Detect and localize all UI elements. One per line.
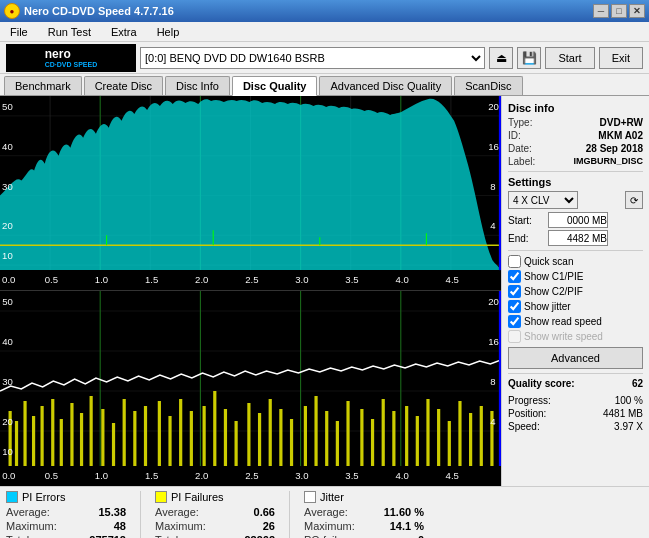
speed-select[interactable]: 4 X CLV 1 X CLV 2 X CLV 8 X CLV xyxy=(508,191,578,209)
pi-errors-label: PI Errors xyxy=(22,491,65,503)
disc-label-value: IMGBURN_DISC xyxy=(573,156,643,167)
svg-text:2.5: 2.5 xyxy=(245,275,258,285)
close-button[interactable]: ✕ xyxy=(629,4,645,18)
po-failures-label: PO failures: xyxy=(304,534,361,538)
menu-help[interactable]: Help xyxy=(151,24,186,40)
svg-rect-61 xyxy=(123,399,126,466)
svg-rect-80 xyxy=(336,421,339,466)
tab-benchmark[interactable]: Benchmark xyxy=(4,76,82,95)
start-button[interactable]: Start xyxy=(545,47,594,69)
toolbar: nero CD·DVD SPEED [0:0] BENQ DVD DD DW16… xyxy=(0,42,649,74)
quick-scan-checkbox[interactable] xyxy=(508,255,521,268)
show-c1pie-label: Show C1/PIE xyxy=(524,271,583,282)
minimize-button[interactable]: ─ xyxy=(593,4,609,18)
id-label: ID: xyxy=(508,130,521,141)
show-c2pif-checkbox[interactable] xyxy=(508,285,521,298)
svg-rect-53 xyxy=(41,406,44,466)
pif-max-label: Maximum: xyxy=(155,520,206,532)
main-content: 20 16 8 4 0.0 0.5 1.0 1.5 2.0 2.5 3.0 3.… xyxy=(0,96,649,486)
settings-icon-btn[interactable]: ⟳ xyxy=(625,191,643,209)
title-bar: ● Nero CD-DVD Speed 4.7.7.16 ─ □ ✕ xyxy=(0,0,649,22)
id-value: MKM A02 xyxy=(598,130,643,141)
svg-rect-72 xyxy=(247,403,250,466)
settings-title: Settings xyxy=(508,176,643,188)
pif-total-label: Total: xyxy=(155,534,181,538)
tab-disc-quality[interactable]: Disc Quality xyxy=(232,76,318,96)
pif-avg-value: 0.66 xyxy=(225,506,275,518)
eject-button[interactable]: ⏏ xyxy=(489,47,513,69)
drive-select[interactable]: [0:0] BENQ DVD DD DW1640 BSRB xyxy=(140,47,485,69)
show-write-label: Show write speed xyxy=(524,331,603,342)
svg-rect-91 xyxy=(458,401,461,466)
svg-text:10: 10 xyxy=(2,447,13,457)
menu-bar: File Run Test Extra Help xyxy=(0,22,649,42)
svg-rect-52 xyxy=(32,416,35,466)
maximize-button[interactable]: □ xyxy=(611,4,627,18)
right-panel: Disc info Type: DVD+RW ID: MKM A02 Date:… xyxy=(501,96,649,486)
svg-rect-92 xyxy=(469,413,472,466)
pi-max-value: 48 xyxy=(76,520,126,532)
svg-rect-88 xyxy=(426,399,429,466)
svg-rect-68 xyxy=(203,406,206,466)
po-failures-value: 0 xyxy=(374,534,424,538)
app-icon: ● xyxy=(4,3,20,19)
show-write-checkbox[interactable] xyxy=(508,330,521,343)
show-jitter-label: Show jitter xyxy=(524,301,571,312)
logo-sub: CD·DVD SPEED xyxy=(45,61,98,68)
svg-text:50: 50 xyxy=(2,297,13,307)
jitter-max-label: Maximum: xyxy=(304,520,355,532)
svg-text:4: 4 xyxy=(490,417,495,427)
svg-text:40: 40 xyxy=(2,337,13,347)
svg-text:3.5: 3.5 xyxy=(345,275,358,285)
svg-rect-85 xyxy=(392,411,395,466)
tab-advanced-disc-quality[interactable]: Advanced Disc Quality xyxy=(319,76,452,95)
jitter-color-box xyxy=(304,491,316,503)
svg-rect-87 xyxy=(416,416,419,466)
pif-total-value: 93962 xyxy=(225,534,275,538)
app-title: Nero CD-DVD Speed 4.7.7.16 xyxy=(24,5,174,17)
stats-bar: PI Errors Average: 15.38 Maximum: 48 Tot… xyxy=(0,486,649,538)
svg-rect-70 xyxy=(224,409,227,466)
svg-text:3.0: 3.0 xyxy=(295,275,308,285)
svg-rect-65 xyxy=(168,416,171,466)
svg-rect-66 xyxy=(179,399,182,466)
tab-disc-info[interactable]: Disc Info xyxy=(165,76,230,95)
svg-text:0.5: 0.5 xyxy=(45,275,58,285)
date-label: Date: xyxy=(508,143,532,154)
svg-text:0.0: 0.0 xyxy=(2,275,15,285)
end-mb-label: End: xyxy=(508,233,544,244)
type-label: Type: xyxy=(508,117,532,128)
show-jitter-checkbox[interactable] xyxy=(508,300,521,313)
show-read-checkbox[interactable] xyxy=(508,315,521,328)
svg-text:3.0: 3.0 xyxy=(295,471,308,481)
chart-bottom: 20 16 8 4 0.0 0.5 1.0 1.5 2.0 2.5 3.0 3.… xyxy=(0,291,501,486)
show-c1pie-checkbox[interactable] xyxy=(508,270,521,283)
save-button[interactable]: 💾 xyxy=(517,47,541,69)
svg-rect-86 xyxy=(405,406,408,466)
start-mb-label: Start: xyxy=(508,215,544,226)
pi-total-value: 275712 xyxy=(76,534,126,538)
tab-create-disc[interactable]: Create Disc xyxy=(84,76,163,95)
svg-text:4: 4 xyxy=(490,222,495,232)
jitter-avg-value: 11.60 % xyxy=(374,506,424,518)
svg-rect-56 xyxy=(70,403,73,466)
start-mb-input[interactable] xyxy=(548,212,608,228)
jitter-label: Jitter xyxy=(320,491,344,503)
svg-rect-50 xyxy=(15,421,18,466)
svg-text:1.5: 1.5 xyxy=(145,275,158,285)
svg-text:1.0: 1.0 xyxy=(95,471,108,481)
advanced-button[interactable]: Advanced xyxy=(508,347,643,369)
exit-button[interactable]: Exit xyxy=(599,47,643,69)
menu-run-test[interactable]: Run Test xyxy=(42,24,97,40)
tab-scan-disc[interactable]: ScanDisc xyxy=(454,76,522,95)
svg-rect-57 xyxy=(80,413,83,466)
disc-info-title: Disc info xyxy=(508,102,643,114)
logo-nero: nero xyxy=(45,47,98,61)
quality-label: Quality score: xyxy=(508,378,575,389)
menu-file[interactable]: File xyxy=(4,24,34,40)
pi-failures-label: PI Failures xyxy=(171,491,224,503)
menu-extra[interactable]: Extra xyxy=(105,24,143,40)
end-mb-input[interactable] xyxy=(548,230,608,246)
show-read-label: Show read speed xyxy=(524,316,602,327)
speed-progress-label: Speed: xyxy=(508,421,540,432)
